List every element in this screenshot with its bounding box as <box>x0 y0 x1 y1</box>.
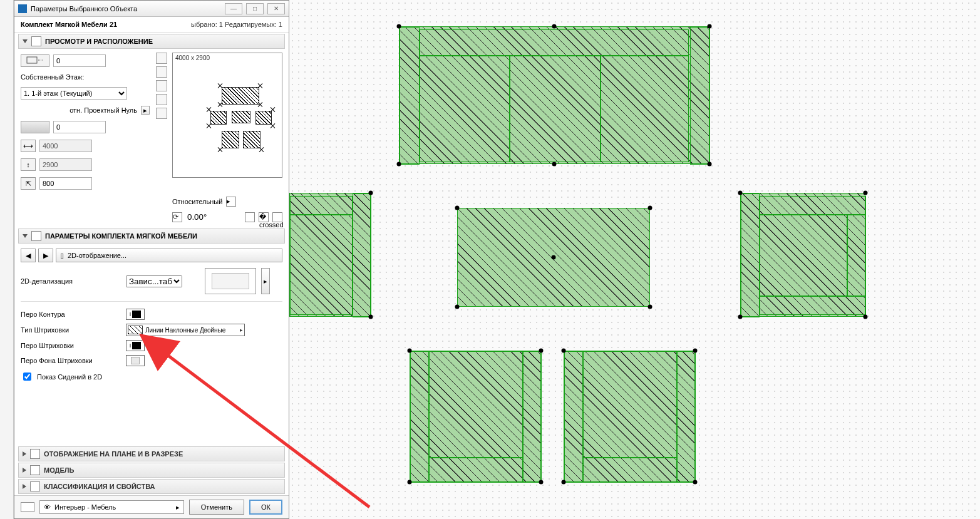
nav-tab-bar[interactable]: ▯ 2D-отображение... <box>56 249 282 262</box>
layer-icon <box>21 502 34 512</box>
preview-mode-3d-button[interactable] <box>156 80 167 91</box>
preview-icon <box>31 36 41 46</box>
pen-contour-label: Перо Контура <box>21 311 121 318</box>
pen-hatch-row: Перо Штриховки I <box>14 338 289 353</box>
mirror-y-button[interactable] <box>272 212 282 222</box>
params-tab-icon: ▯ <box>60 252 64 260</box>
object-settings-dialog: Параметры Выбранного Объекта — □ ✕ Компл… <box>14 0 289 519</box>
chevron-right-icon: ▸ <box>240 327 243 333</box>
model-icon <box>30 465 40 475</box>
ok-button[interactable]: ОК <box>249 500 282 515</box>
section-plan-header[interactable]: ОТОБРАЖЕНИЕ НА ПЛАНЕ И В РАЗРЕЗЕ <box>18 446 285 461</box>
maximize-button[interactable]: □ <box>246 3 264 14</box>
preview-mode-layers-button[interactable] <box>156 66 167 78</box>
dim-y-input[interactable] <box>39 158 92 171</box>
object-name: Комплект Мягкой Мебели 21 <box>21 21 117 28</box>
detail-next-button[interactable]: ▸ <box>261 268 270 294</box>
hatch-type-label: Тип Штриховки <box>21 326 121 334</box>
chair-right-shape[interactable] <box>564 351 695 482</box>
dim-x-input[interactable] <box>39 140 92 152</box>
drawing-canvas[interactable] <box>289 0 980 519</box>
detail-select[interactable]: Завис...таба <box>126 275 182 287</box>
chevron-right-icon <box>23 468 26 473</box>
nav-next-button[interactable]: ▶ <box>38 249 53 262</box>
section-class-header[interactable]: КЛАССИФИКАЦИЯ И СВОЙСТВА <box>18 479 285 494</box>
pen-hatch-swatch[interactable]: I <box>126 340 145 351</box>
mirror-x-button[interactable] <box>245 212 255 222</box>
ref-arrow-icon[interactable]: ▸ <box>141 106 150 115</box>
pen-hatchbg-label: Перо Фона Штриховки <box>21 357 121 364</box>
chevron-down-icon <box>23 234 28 238</box>
titlebar[interactable]: Параметры Выбранного Объекта — □ ✕ <box>14 1 289 17</box>
preview-body: Собственный Этаж: 1. 1-й этаж (Текущий) … <box>21 53 282 192</box>
layer-combo[interactable]: 👁 Интерьер - Мебель ▸ <box>39 500 184 514</box>
detail-row: 2D-детализация Завис...таба ▸ <box>14 266 289 296</box>
detail-label: 2D-детализация <box>21 277 121 285</box>
hatch-type-combo[interactable]: Линии Наклонные Двойные ▸ <box>126 324 245 336</box>
section-params-header[interactable]: ПАРАМЕТРЫ КОМПЛЕКТА МЯГКОЙ МЕБЕЛИ <box>18 229 285 244</box>
dim-z-input[interactable] <box>39 177 92 190</box>
dialog-footer: 👁 Интерьер - Мебель ▸ Отменить ОК <box>14 495 289 518</box>
section-model-header[interactable]: МОДЕЛЬ <box>18 463 285 478</box>
chevron-right-icon: ▸ <box>176 503 180 511</box>
minimize-button[interactable]: — <box>225 3 242 14</box>
params-icon <box>31 231 41 241</box>
nav-prev-button[interactable]: ◀ <box>21 249 36 262</box>
chevron-right-icon <box>23 484 26 489</box>
angle-origin-icon: ⟳ <box>172 212 182 222</box>
section-preview-header[interactable]: ПРОСМОТР И РАСПОЛОЖЕНИЕ <box>18 34 285 49</box>
section-plan-title: ОТОБРАЖЕНИЕ НА ПЛАНЕ И В РАЗРЕЗЕ <box>44 450 183 458</box>
chevron-down-icon <box>23 39 28 43</box>
story-label: Собственный Этаж: <box>21 73 84 81</box>
hatch-type-value: Линии Наклонные Двойные <box>145 327 225 334</box>
preview-toolstrip <box>156 53 168 192</box>
pen-hatchbg-row: Перо Фона Штриховки <box>14 353 289 368</box>
app-icon <box>18 4 27 13</box>
ref-label: отн. Проектный Нуль <box>70 106 137 114</box>
story-select[interactable]: 1. 1-й этаж (Текущий) <box>21 87 127 100</box>
hatch-type-row: Тип Штриховки Линии Наклонные Двойные ▸ <box>14 322 289 338</box>
preview-mode-info-button[interactable] <box>156 108 167 119</box>
pen-contour-row: Перо Контура I <box>14 307 289 322</box>
sofa-shape[interactable] <box>399 26 709 164</box>
left-toolrail <box>0 0 14 519</box>
detail-preview <box>205 268 256 294</box>
mirror-checked-icon: � crossed <box>259 212 269 222</box>
preview-canvas[interactable]: 4000 x 2900 <box>172 53 282 178</box>
preview-mode-list-button[interactable] <box>156 94 167 105</box>
selection-status: ыбрано: 1 Редактируемых: 1 <box>191 21 282 28</box>
elev-bottom-input[interactable] <box>53 121 106 133</box>
pen-hatch-label: Перо Штриховки <box>21 342 121 349</box>
armchair-left-shape[interactable] <box>289 193 371 317</box>
elev-top-icon <box>21 54 49 67</box>
svg-rect-0 <box>27 57 37 63</box>
elev-top-input[interactable] <box>53 54 106 67</box>
dim-x-icon: ⟷ <box>21 140 36 152</box>
preview-mode-2d-button[interactable] <box>156 53 167 64</box>
section-params-title: ПАРАМЕТРЫ КОМПЛЕКТА МЯГКОЙ МЕБЕЛИ <box>45 232 197 240</box>
eye-icon: 👁 <box>44 503 51 511</box>
object-header: Комплект Мягкой Мебели 21 ыбрано: 1 Реда… <box>14 17 289 33</box>
app-root: Параметры Выбранного Объекта — □ ✕ Компл… <box>0 0 980 519</box>
show-seats-row: Показ Сидений в 2D <box>14 368 289 385</box>
pen-contour-swatch[interactable]: I <box>126 309 145 320</box>
dialog-title: Параметры Выбранного Объекта <box>31 5 137 13</box>
elev-bottom-icon <box>21 121 49 133</box>
section-preview-title: ПРОСМОТР И РАСПОЛОЖЕНИЕ <box>45 38 153 45</box>
class-icon <box>30 481 40 491</box>
show-seats-checkbox[interactable] <box>23 373 31 381</box>
angle-flag-button[interactable]: ▸ <box>226 197 236 207</box>
armchair-right-shape[interactable] <box>740 193 865 317</box>
preview-caption: 4000 x 2900 <box>175 54 210 61</box>
pen-hatchbg-swatch[interactable] <box>126 355 145 366</box>
angle-row: Относительный ▸ <box>14 195 289 212</box>
cancel-button[interactable]: Отменить <box>189 500 244 515</box>
close-button[interactable]: ✕ <box>267 3 285 14</box>
plan-icon <box>30 449 40 459</box>
angle-value <box>186 212 224 222</box>
nav-tab-label: 2D-отображение... <box>68 252 126 259</box>
chair-left-shape[interactable] <box>410 351 541 482</box>
params-nav: ◀ ▶ ▯ 2D-отображение... <box>21 249 282 262</box>
section-class-title: КЛАССИФИКАЦИЯ И СВОЙСТВА <box>44 483 155 490</box>
show-seats-label: Показ Сидений в 2D <box>37 373 102 381</box>
